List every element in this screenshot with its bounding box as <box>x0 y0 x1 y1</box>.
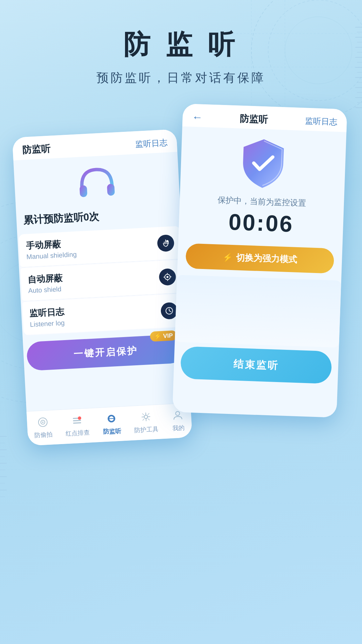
svg-point-55 <box>144 415 148 419</box>
headphone-icon <box>76 165 118 201</box>
menu-item-log-zh: 监听日志 <box>29 306 65 319</box>
protection-status: 保护中，当前为监控设置 00:06 <box>178 190 344 249</box>
phone-left-bottom-nav: 防偷拍 红点排查 <box>26 403 192 446</box>
nav-camera-icon <box>36 415 50 429</box>
svg-rect-40 <box>79 185 87 197</box>
one-click-button-text: 一键开启保护 <box>73 345 138 359</box>
menu-item-auto-zh: 自动屏蔽 <box>27 272 63 285</box>
menu-item-manual-en: Manual shielding <box>26 251 77 261</box>
vip-badge: ⚡ VIP <box>150 330 177 342</box>
phone-left: 防监听 监听日志 累计预防监听0次 <box>12 129 192 446</box>
protection-status-text: 保护中，当前为监控设置 <box>186 194 338 210</box>
svg-rect-51 <box>73 422 81 424</box>
nav-monitor-label: 防监听 <box>103 427 121 436</box>
phone-right-title: 防监听 <box>240 112 268 126</box>
menu-item-log-text: 监听日志 Listener log <box>29 306 65 328</box>
nav-item-monitor[interactable]: 防监听 <box>102 412 121 436</box>
nav-reddot-icon <box>70 413 84 427</box>
headphone-area <box>13 152 180 211</box>
svg-line-54 <box>108 419 115 419</box>
phone-right-action[interactable]: 监听日志 <box>305 115 338 127</box>
menu-item-manual-text: 手动屏蔽 Manual shielding <box>25 237 77 261</box>
menu-item-log-en: Listener log <box>30 319 65 328</box>
nav-reddot-label: 红点排查 <box>65 429 90 438</box>
menu-item-auto-text: 自动屏蔽 Auto shield <box>27 272 63 294</box>
phone-right: ← 防监听 监听日志 <box>172 104 347 418</box>
svg-point-48 <box>42 422 43 423</box>
phones-container: 防监听 监听日志 累计预防监听0次 <box>0 106 362 576</box>
one-click-button[interactable]: ⚡ VIP 一键开启保护 <box>26 334 185 371</box>
svg-rect-50 <box>73 420 81 421</box>
menu-item-manual-zh: 手动屏蔽 <box>25 237 76 252</box>
nav-monitor-icon <box>104 412 118 426</box>
nav-tools-label: 防护工具 <box>134 425 159 434</box>
end-btn-text: 结束监听 <box>233 358 279 371</box>
power-btn-text: 切换为强力模式 <box>236 252 297 266</box>
menu-item-auto-icon <box>159 268 176 286</box>
header: 防 监 听 预防监听，日常对话有保障 <box>0 0 362 100</box>
page-title: 防 监 听 <box>0 27 362 63</box>
phone-left-action[interactable]: 监听日志 <box>135 137 168 150</box>
nav-item-reddot[interactable]: 红点排查 <box>65 413 90 438</box>
shield-area <box>180 126 346 196</box>
svg-point-56 <box>176 411 180 416</box>
svg-rect-22 <box>357 102 362 103</box>
menu-item-manual-icon <box>157 234 175 252</box>
svg-point-52 <box>78 416 81 420</box>
power-mode-button[interactable]: ⚡ 切换为强力模式 <box>185 243 334 273</box>
svg-rect-41 <box>107 184 115 196</box>
protection-timer: 00:06 <box>185 207 337 238</box>
page-subtitle: 预防监听，日常对话有保障 <box>0 70 362 86</box>
menu-item-auto-en: Auto shield <box>28 285 63 294</box>
phone-right-back[interactable]: ← <box>192 111 203 123</box>
nav-camera-label: 防偷拍 <box>34 430 53 439</box>
nav-mine-label: 我的 <box>172 424 185 432</box>
nav-item-tools[interactable]: 防护工具 <box>133 410 159 434</box>
end-monitoring-button[interactable]: 结束监听 <box>180 346 332 384</box>
nav-tools-icon <box>139 410 153 424</box>
shield-icon <box>235 135 291 190</box>
svg-point-44 <box>166 276 168 278</box>
menu-section: 手动屏蔽 Manual shielding 自动屏蔽 Auto shield <box>18 226 185 336</box>
nav-item-camera[interactable]: 防偷拍 <box>34 415 53 439</box>
phone-left-title: 防监听 <box>22 143 51 157</box>
